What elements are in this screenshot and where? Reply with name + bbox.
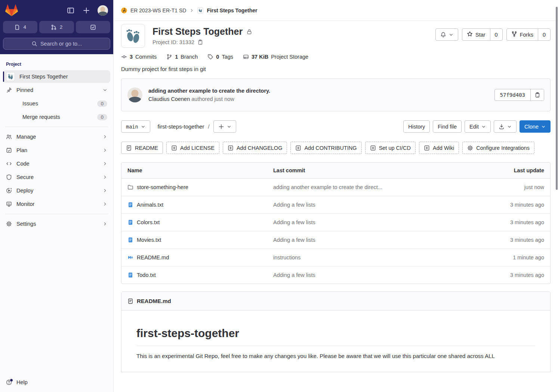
gear-icon — [6, 221, 12, 227]
file-link[interactable]: README.md — [127, 254, 261, 260]
commit-author-avatar[interactable] — [127, 87, 142, 102]
collapse-sidebar-button[interactable] — [65, 5, 76, 16]
sidebar-item-issues[interactable]: Issues 0 — [3, 97, 110, 110]
add-license-button[interactable]: Add LICENSE — [166, 142, 219, 154]
add-contributing-button[interactable]: Add CONTRIBUTING — [290, 142, 361, 154]
setup-cicd-button[interactable]: Set up CI/CD — [365, 142, 416, 154]
settings-label: Settings — [16, 221, 36, 227]
text-file-icon — [127, 219, 133, 225]
commit-author-link[interactable]: Claudius Coenen — [148, 96, 190, 102]
add-wiki-button[interactable]: Add Wiki — [419, 142, 459, 154]
tags-stat[interactable]: 0 Tags — [207, 54, 233, 60]
star-button[interactable]: Star — [462, 29, 490, 40]
commit-message-link[interactable]: Adding a few lists — [273, 272, 315, 278]
chevron-right-icon — [103, 175, 107, 179]
pin-icon — [6, 87, 12, 93]
text-file-icon — [127, 272, 133, 278]
table-header-row: Name Last commit Last update — [121, 163, 550, 179]
issues-shortcut-button[interactable]: 4 — [3, 21, 37, 33]
readme-card: README.md first-steps-together This is a… — [121, 291, 551, 372]
storage-size: 37 KiB — [252, 54, 268, 60]
add-changelog-button[interactable]: Add CHANGELOG — [223, 142, 287, 154]
commit-message-link[interactable]: adding another example to create the dir… — [273, 184, 382, 190]
copy-sha-button[interactable] — [530, 89, 544, 101]
chevron-right-icon — [103, 188, 107, 193]
commit-message-link[interactable]: Adding a few lists — [273, 202, 315, 208]
branch-selector-dropdown[interactable]: main — [121, 120, 150, 133]
file-link[interactable]: Todo.txt — [127, 272, 261, 278]
gitlab-logo[interactable] — [5, 4, 18, 17]
table-row: README.md instructions 1 minute ago — [121, 249, 550, 266]
plus-square-icon — [228, 145, 234, 151]
chevron-right-icon — [189, 8, 194, 13]
commits-stat[interactable]: 3 Commits — [121, 54, 157, 60]
copy-project-id-button[interactable] — [197, 39, 203, 45]
commit-message-link[interactable]: Adding a few lists — [273, 237, 315, 243]
monitor-icon — [6, 201, 12, 207]
sidebar-item-deploy[interactable]: Deploy — [3, 184, 110, 197]
forks-count[interactable]: 0 — [538, 29, 550, 40]
edit-dropdown[interactable]: Edit — [465, 120, 491, 133]
add-file-dropdown[interactable] — [213, 120, 236, 133]
download-dropdown[interactable] — [494, 120, 517, 133]
merge-requests-shortcut-button[interactable]: 2 — [39, 21, 74, 33]
notifications-dropdown[interactable] — [435, 28, 458, 41]
code-icon — [6, 161, 12, 167]
repo-path-link[interactable]: first-steps-together — [158, 123, 204, 130]
file-tree-table: Name Last commit Last update store-somet… — [121, 162, 551, 284]
commit-sha[interactable]: 57f9d403 — [495, 89, 530, 101]
table-row: Todo.txt Adding a few lists 3 minutes ag… — [121, 266, 550, 284]
sidebar-item-plan[interactable]: Plan — [3, 144, 110, 157]
add-license-label: Add LICENSE — [180, 145, 215, 151]
folder-link[interactable]: store-something-here — [127, 184, 261, 190]
code-label: Code — [16, 161, 30, 167]
plus-square-icon — [370, 145, 376, 151]
commit-message-link[interactable]: adding another example to create the dir… — [148, 88, 270, 94]
scrollbar-thumb[interactable] — [556, 7, 558, 190]
create-new-button[interactable] — [81, 5, 92, 16]
file-link[interactable]: Colors.txt — [127, 219, 261, 225]
chevron-down-icon — [507, 124, 512, 129]
commit-message-link[interactable]: instructions — [273, 254, 300, 260]
commit-message-link[interactable]: Adding a few lists — [273, 219, 315, 225]
markdown-file-icon — [127, 254, 133, 260]
sidebar-item-monitor[interactable]: Monitor — [3, 198, 110, 210]
tag-icon — [207, 54, 213, 60]
sidebar-item-settings[interactable]: Settings — [3, 217, 110, 230]
help-label: Help — [16, 379, 28, 385]
last-update-time: 3 minutes ago — [469, 196, 550, 214]
file-link[interactable]: Animals.txt — [127, 202, 261, 208]
user-avatar[interactable] — [98, 5, 108, 16]
readme-button[interactable]: README — [121, 142, 163, 154]
readme-file-link[interactable]: README.md — [137, 298, 171, 304]
page-title: First Steps Together — [152, 26, 243, 37]
sidebar-item-pinned[interactable]: Pinned — [3, 84, 110, 96]
help-button[interactable]: Help — [3, 376, 110, 389]
find-file-button[interactable]: Find file — [433, 120, 462, 133]
sidebar-item-manage[interactable]: Manage — [3, 130, 110, 143]
history-button[interactable]: History — [403, 120, 430, 133]
table-row: store-something-here adding another exam… — [121, 179, 550, 196]
secure-label: Secure — [16, 174, 34, 180]
breadcrumb-group-link[interactable]: ER 2023-WS ER-T1 SD — [130, 7, 186, 13]
clone-dropdown[interactable]: Clone — [520, 120, 551, 133]
branches-stat[interactable]: 1 Branch — [166, 54, 198, 60]
storage-stat[interactable]: 37 KiB Project Storage — [243, 54, 308, 60]
search-input[interactable]: Search or go to... — [3, 38, 110, 50]
tags-label: Tags — [222, 54, 233, 60]
sidebar-item-merge-requests[interactable]: Merge requests 0 — [3, 111, 110, 123]
branch-icon — [166, 54, 172, 60]
commits-label: Commits — [135, 54, 157, 60]
todo-shortcut-button[interactable] — [76, 21, 110, 33]
sidebar-item-current-project[interactable]: First Steps Together — [3, 70, 110, 83]
sidebar-item-code[interactable]: Code — [3, 157, 110, 170]
configure-integrations-button[interactable]: Configure Integrations — [462, 142, 534, 154]
file-link[interactable]: Movies.txt — [127, 237, 261, 243]
current-branch: main — [126, 124, 138, 130]
forks-button[interactable]: Forks — [507, 29, 538, 40]
quick-actions: README Add LICENSE Add CHANGELOG Add CON… — [114, 133, 558, 154]
star-count[interactable]: 0 — [490, 29, 502, 40]
issues-count: 4 — [23, 24, 26, 30]
breadcrumb-project-link[interactable]: First Steps Together — [207, 7, 257, 13]
sidebar-item-secure[interactable]: Secure — [3, 171, 110, 183]
